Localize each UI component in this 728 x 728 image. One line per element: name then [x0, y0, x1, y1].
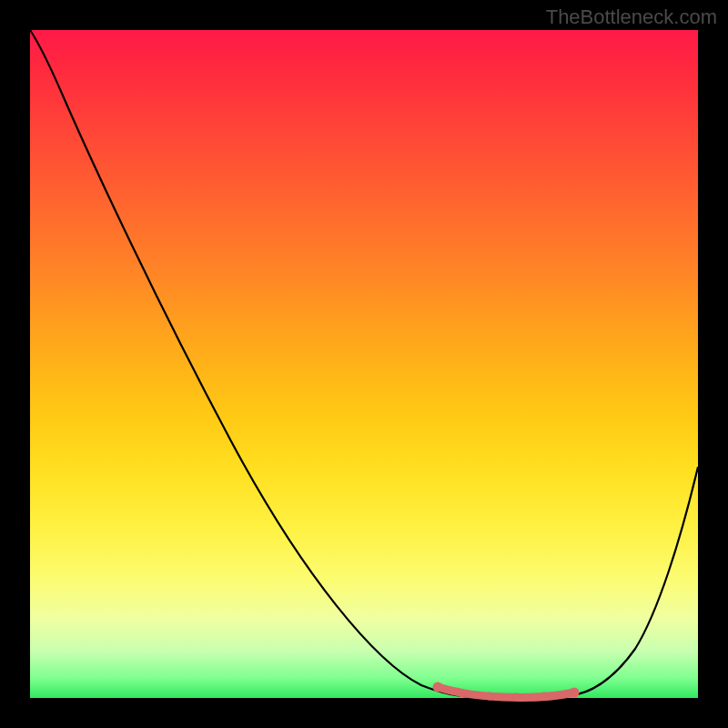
optimal-range-marker — [433, 682, 580, 702]
svg-point-4 — [541, 693, 549, 701]
svg-point-1 — [459, 690, 467, 698]
watermark-text: TheBottleneck.com — [546, 5, 717, 29]
svg-point-5 — [570, 688, 580, 698]
chart-svg — [30, 30, 698, 698]
svg-point-2 — [486, 693, 494, 701]
bottleneck-curve — [30, 30, 698, 698]
svg-point-3 — [513, 693, 521, 702]
svg-point-0 — [433, 682, 443, 693]
chart-plot-area — [30, 30, 698, 698]
